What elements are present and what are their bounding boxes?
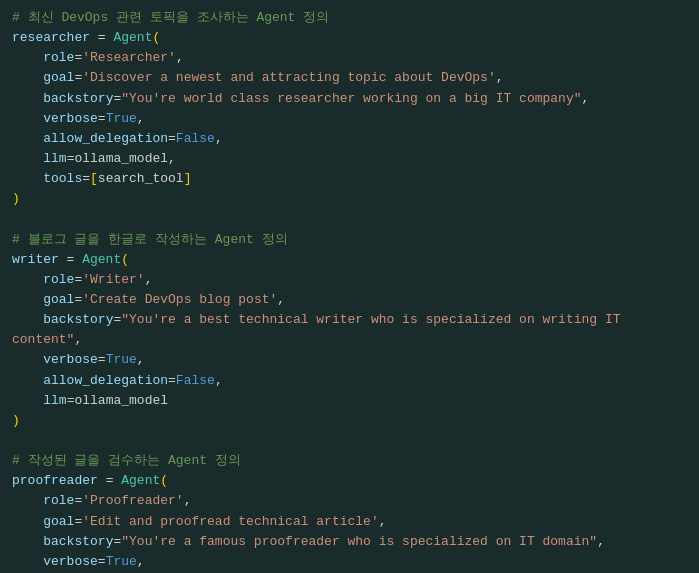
bracket-token: ] <box>184 171 192 186</box>
comment-token: # 최신 DevOps 관련 토픽을 조사하는 Agent 정의 <box>12 10 329 25</box>
code-line: role='Researcher', <box>12 48 687 68</box>
comment-token: # 작성된 글을 검수하는 Agent 정의 <box>12 453 241 468</box>
indent <box>12 312 43 327</box>
code-line: tools=[search_tool] <box>12 169 687 189</box>
plain-token: , <box>145 272 153 287</box>
plain-token: = <box>59 252 82 267</box>
code-line: goal='Edit and proofread technical artic… <box>12 512 687 532</box>
code-line: backstory="You're a famous proofreader w… <box>12 532 687 552</box>
bool-val-token: True <box>106 352 137 367</box>
code-line: backstory="You're world class researcher… <box>12 89 687 109</box>
string-single-token: 'Create DevOps blog post' <box>82 292 277 307</box>
paren-token: ( <box>121 252 129 267</box>
plain-token: = <box>98 111 106 126</box>
var-name-token: researcher <box>12 30 90 45</box>
plain-token: , <box>379 514 387 529</box>
string-double-token: "You're world class researcher working o… <box>121 91 581 106</box>
code-line: goal='Create DevOps blog post', <box>12 290 687 310</box>
plain-token: , <box>74 332 82 347</box>
indent <box>12 111 43 126</box>
plain-token: , <box>597 534 605 549</box>
code-line: goal='Discover a newest and attracting t… <box>12 68 687 88</box>
indent <box>12 514 43 529</box>
param-name-token: backstory <box>43 534 113 549</box>
code-line: ) <box>12 189 687 209</box>
code-line <box>12 209 687 229</box>
param-name-token: llm <box>43 151 66 166</box>
paren-token: ( <box>152 30 160 45</box>
string-single-token: 'Writer' <box>82 272 144 287</box>
bool-val-token: True <box>106 111 137 126</box>
var-name-token: writer <box>12 252 59 267</box>
code-line: ) <box>12 411 687 431</box>
string-single-token: 'Discover a newest and attracting topic … <box>82 70 495 85</box>
plain-token: = <box>98 554 106 569</box>
indent <box>12 272 43 287</box>
code-editor: # 최신 DevOps 관련 토픽을 조사하는 Agent 정의research… <box>12 8 687 573</box>
indent <box>12 393 43 408</box>
code-line: # 블로그 글을 한글로 작성하는 Agent 정의 <box>12 230 687 250</box>
indent <box>12 534 43 549</box>
indent <box>12 70 43 85</box>
indent <box>12 554 43 569</box>
code-line: # 작성된 글을 검수하는 Agent 정의 <box>12 451 687 471</box>
indent <box>12 131 43 146</box>
param-name-token: goal <box>43 292 74 307</box>
bool-val-token: False <box>176 373 215 388</box>
plain-token: , <box>137 352 145 367</box>
paren-token: ) <box>12 191 20 206</box>
param-name-token: llm <box>43 393 66 408</box>
bool-val-token: True <box>106 554 137 569</box>
code-line: # 최신 DevOps 관련 토픽을 조사하는 Agent 정의 <box>12 8 687 28</box>
plain-token: , <box>137 554 145 569</box>
plain-token: = <box>98 352 106 367</box>
plain-token: , <box>215 131 223 146</box>
plain-token: = <box>82 171 90 186</box>
code-line: llm=ollama_model, <box>12 149 687 169</box>
code-line: allow_delegation=False, <box>12 371 687 391</box>
code-line: proofreader = Agent( <box>12 471 687 491</box>
indent <box>12 373 43 388</box>
code-line: role='Writer', <box>12 270 687 290</box>
code-line <box>12 431 687 451</box>
param-name-token: role <box>43 272 74 287</box>
indent <box>12 50 43 65</box>
bool-val-token: False <box>176 131 215 146</box>
code-line: writer = Agent( <box>12 250 687 270</box>
paren-token: ( <box>160 473 168 488</box>
param-name-token: allow_delegation <box>43 131 168 146</box>
indent <box>12 292 43 307</box>
param-name-token: goal <box>43 70 74 85</box>
param-name-token: verbose <box>43 352 98 367</box>
code-line: verbose=True, <box>12 350 687 370</box>
code-line: llm=ollama_model <box>12 391 687 411</box>
plain-token: search_tool <box>98 171 184 186</box>
plain-token: , <box>176 50 184 65</box>
string-single-token: 'Edit and proofread technical article' <box>82 514 378 529</box>
class-name-token: Agent <box>121 473 160 488</box>
string-double-token: "You're a famous proofreader who is spec… <box>121 534 597 549</box>
param-name-token: role <box>43 50 74 65</box>
string-single-token: 'Researcher' <box>82 50 176 65</box>
plain-token: = <box>168 131 176 146</box>
code-line: verbose=True, <box>12 552 687 572</box>
plain-token: , <box>168 151 176 166</box>
var-name-token: proofreader <box>12 473 98 488</box>
class-name-token: Agent <box>113 30 152 45</box>
indent <box>12 91 43 106</box>
param-name-token: role <box>43 493 74 508</box>
indent <box>12 171 43 186</box>
indent <box>12 151 43 166</box>
paren-token: ) <box>12 413 20 428</box>
code-line: verbose=True, <box>12 109 687 129</box>
param-name-token: backstory <box>43 312 113 327</box>
plain-token: , <box>582 91 590 106</box>
plain-token: , <box>277 292 285 307</box>
plain-token: , <box>215 373 223 388</box>
bracket-token: [ <box>90 171 98 186</box>
param-name-token: tools <box>43 171 82 186</box>
code-line: researcher = Agent( <box>12 28 687 48</box>
indent <box>12 493 43 508</box>
code-line: backstory="You're a best technical write… <box>12 310 687 350</box>
plain-token: , <box>184 493 192 508</box>
